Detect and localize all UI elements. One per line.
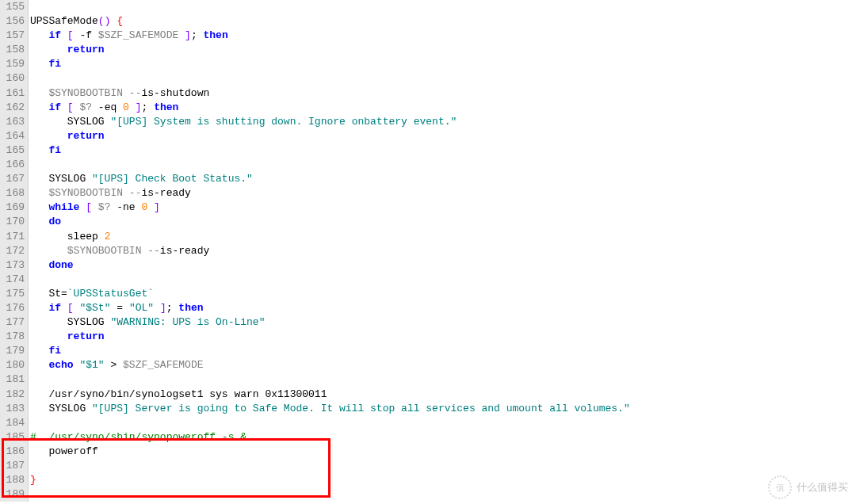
code-content[interactable]	[29, 273, 856, 287]
code-content[interactable]: SYSLOG "WARNING: UPS is On-Line"	[29, 315, 856, 330]
code-line[interactable]: 182 /usr/syno/bin/synologset1 sys warn 0…	[0, 388, 856, 402]
code-content[interactable]: fi	[29, 344, 856, 358]
code-line[interactable]: 188}	[0, 473, 856, 487]
code-line[interactable]: 168 $SYNOBOOTBIN --is-ready	[0, 186, 856, 200]
code-content[interactable]	[29, 487, 856, 502]
code-content[interactable]: $SYNOBOOTBIN --is-shutdown	[29, 86, 856, 101]
token: SYSLOG	[30, 173, 92, 185]
code-line[interactable]: 183 SYSLOG "[UPS] Server is going to Saf…	[0, 402, 856, 416]
token: "WARNING: UPS is On-Line"	[110, 316, 265, 328]
code-content[interactable]	[29, 0, 856, 14]
code-line[interactable]: 171 sleep 2	[0, 230, 856, 244]
code-line[interactable]: 170 do	[0, 215, 856, 229]
line-number: 164	[0, 129, 29, 143]
code-editor[interactable]: 155 156UPSSafeMode() {157 if [ -f $SZF_S…	[0, 0, 856, 502]
code-content[interactable]: poweroff	[29, 445, 856, 459]
code-line[interactable]: 173 done	[0, 258, 856, 273]
token: SYSLOG	[30, 316, 110, 328]
code-content[interactable]: do	[29, 215, 856, 229]
code-content[interactable]	[29, 372, 856, 387]
code-line[interactable]: 164 return	[0, 129, 856, 143]
line-number: 177	[0, 315, 29, 330]
code-line[interactable]: 187	[0, 459, 856, 473]
code-content[interactable]: fi	[29, 57, 856, 71]
token: fi	[48, 345, 61, 357]
code-line[interactable]: 178 return	[0, 330, 856, 344]
code-content[interactable]: return	[29, 43, 856, 57]
code-line[interactable]: 155	[0, 0, 856, 14]
line-number: 172	[0, 244, 29, 258]
line-number: 167	[0, 172, 29, 186]
code-line[interactable]: 180 echo "$1" > $SZF_SAFEMODE	[0, 358, 856, 372]
token	[30, 130, 67, 142]
code-line[interactable]: 167 SYSLOG "[UPS] Check Boot Status."	[0, 172, 856, 186]
code-content[interactable]: SYSLOG "[UPS] Check Boot Status."	[29, 172, 856, 186]
code-line[interactable]: 158 return	[0, 43, 856, 57]
code-line[interactable]: 184	[0, 416, 856, 430]
token: ]	[185, 29, 191, 41]
token: [	[67, 302, 74, 314]
code-line[interactable]: 176 if [ "$St" = "OL" ]; then	[0, 301, 856, 315]
code-content[interactable]: if [ $? -eq 0 ]; then	[29, 101, 856, 115]
code-line[interactable]: 172 $SYNOBOOTBIN --is-ready	[0, 244, 856, 258]
code-content[interactable]	[29, 71, 856, 86]
code-content[interactable]	[29, 158, 856, 172]
token	[30, 29, 48, 41]
line-number: 161	[0, 86, 29, 101]
code-content[interactable]: UPSSafeMode() {	[29, 14, 856, 29]
code-content[interactable]: /usr/syno/bin/synologset1 sys warn 0x113…	[29, 388, 856, 402]
code-line[interactable]: 177 SYSLOG "WARNING: UPS is On-Line"	[0, 315, 856, 330]
code-content[interactable]: $SYNOBOOTBIN --is-ready	[29, 244, 856, 258]
code-content[interactable]: }	[29, 473, 856, 487]
code-line[interactable]: 156UPSSafeMode() {	[0, 14, 856, 29]
code-line[interactable]: 160	[0, 71, 856, 86]
code-line[interactable]: 175 St=`UPSStatusGet`	[0, 287, 856, 301]
line-number: 189	[0, 487, 29, 502]
code-content[interactable]: SYSLOG "[UPS] System is shutting down. I…	[29, 115, 856, 129]
line-number: 183	[0, 402, 29, 416]
code-content[interactable]: while [ $? -ne 0 ]	[29, 200, 856, 215]
token: -f	[74, 29, 98, 41]
token: is-ready	[160, 245, 209, 257]
code-line[interactable]: 179 fi	[0, 344, 856, 358]
code-line[interactable]: 174	[0, 273, 856, 287]
code-content[interactable]: if [ "$St" = "OL" ]; then	[29, 301, 856, 315]
token	[61, 101, 67, 113]
token: "[UPS] Check Boot Status."	[92, 173, 253, 185]
code-content[interactable]	[29, 459, 856, 473]
code-line[interactable]: 163 SYSLOG "[UPS] System is shutting dow…	[0, 115, 856, 129]
code-content[interactable]	[29, 416, 856, 430]
token	[30, 144, 48, 156]
code-content[interactable]: return	[29, 330, 856, 344]
code-line[interactable]: 181	[0, 372, 856, 387]
token: return	[67, 130, 105, 142]
token: return	[67, 44, 105, 55]
code-line[interactable]: 166	[0, 158, 856, 172]
code-line[interactable]: 162 if [ $? -eq 0 ]; then	[0, 101, 856, 115]
code-content[interactable]: # /usr/syno/sbin/synopoweroff -s &	[29, 430, 856, 445]
code-line[interactable]: 186 poweroff	[0, 445, 856, 459]
code-line[interactable]: 159 fi	[0, 57, 856, 71]
line-number: 171	[0, 230, 29, 244]
code-content[interactable]: return	[29, 129, 856, 143]
token	[30, 58, 48, 70]
code-line[interactable]: 169 while [ $? -ne 0 ]	[0, 200, 856, 215]
line-number: 179	[0, 344, 29, 358]
line-number: 170	[0, 215, 29, 229]
code-content[interactable]: St=`UPSStatusGet`	[29, 287, 856, 301]
code-line[interactable]: 165 fi	[0, 143, 856, 158]
line-number: 166	[0, 158, 29, 172]
line-number: 155	[0, 0, 29, 14]
code-line[interactable]: 189	[0, 487, 856, 502]
code-content[interactable]: sleep 2	[29, 230, 856, 244]
code-content[interactable]: if [ -f $SZF_SAFEMODE ]; then	[29, 29, 856, 43]
code-content[interactable]: $SYNOBOOTBIN --is-ready	[29, 186, 856, 200]
code-content[interactable]: SYSLOG "[UPS] Server is going to Safe Mo…	[29, 402, 856, 416]
code-line[interactable]: 157 if [ -f $SZF_SAFEMODE ]; then	[0, 29, 856, 43]
code-content[interactable]: fi	[29, 143, 856, 158]
code-line[interactable]: 185# /usr/syno/sbin/synopoweroff -s &	[0, 430, 856, 445]
token: sleep	[30, 231, 105, 242]
code-content[interactable]: done	[29, 258, 856, 273]
code-content[interactable]: echo "$1" > $SZF_SAFEMODE	[29, 358, 856, 372]
code-line[interactable]: 161 $SYNOBOOTBIN --is-shutdown	[0, 86, 856, 101]
